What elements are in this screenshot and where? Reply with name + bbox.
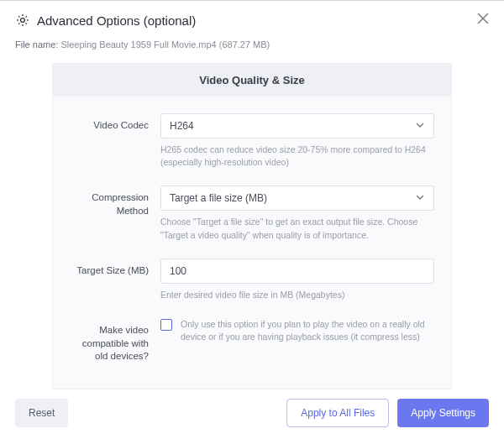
file-name-label: File name: xyxy=(15,39,58,50)
compression-method-value: Target a file size (MB) xyxy=(170,192,267,204)
video-codec-hint: H265 codec can reduce video size 20-75% … xyxy=(160,144,434,169)
video-codec-select[interactable]: H264 xyxy=(160,113,434,138)
compat-label: Make video compatible with old devices? xyxy=(70,318,160,363)
target-size-label: Target Size (MB) xyxy=(70,259,160,278)
target-size-row: Target Size (MB) Enter desired video fil… xyxy=(70,259,434,313)
video-codec-row: Video Codec H264 H265 codec can reduce v… xyxy=(70,113,434,180)
close-button[interactable] xyxy=(477,13,489,24)
compression-method-row: Compression Method Target a file size (M… xyxy=(70,186,434,253)
advanced-options-modal: Advanced Options (optional) File name: S… xyxy=(0,1,504,389)
compat-row: Make video compatible with old devices? … xyxy=(70,318,434,363)
target-size-hint: Enter desired video file size in MB (Meg… xyxy=(160,289,434,301)
file-name-value: Sleeping Beauty 1959 Full Movie.mp4 (687… xyxy=(60,39,270,50)
video-codec-value: H264 xyxy=(170,120,194,132)
modal-footer: Reset Apply to All Files Apply Settings xyxy=(15,399,489,427)
target-size-input[interactable] xyxy=(170,265,425,277)
modal-header: Advanced Options (optional) xyxy=(15,13,489,28)
compression-method-hint: Choose "Target a file size" to get an ex… xyxy=(160,216,434,241)
apply-all-button[interactable]: Apply to All Files xyxy=(286,399,389,427)
compat-checkbox[interactable] xyxy=(160,319,172,331)
chevron-down-icon xyxy=(415,120,425,133)
panel-title: Video Quality & Size xyxy=(53,64,451,97)
target-size-input-wrap xyxy=(160,259,434,284)
compression-method-label: Compression Method xyxy=(70,186,160,217)
apply-settings-button[interactable]: Apply Settings xyxy=(397,399,489,427)
footer-right: Apply to All Files Apply Settings xyxy=(286,399,489,427)
compat-checkbox-row: Only use this option if you plan to play… xyxy=(160,318,434,343)
gear-icon xyxy=(15,13,30,28)
modal-title: Advanced Options (optional) xyxy=(37,13,196,28)
compression-method-select[interactable]: Target a file size (MB) xyxy=(160,186,434,211)
compat-text: Only use this option if you plan to play… xyxy=(181,318,434,343)
quality-panel: Video Quality & Size Video Codec H264 H2… xyxy=(52,63,452,389)
chevron-down-icon xyxy=(415,192,425,205)
panel-body: Video Codec H264 H265 codec can reduce v… xyxy=(53,97,451,389)
reset-button[interactable]: Reset xyxy=(15,399,68,427)
file-name-row: File name: Sleeping Beauty 1959 Full Mov… xyxy=(15,39,489,50)
video-codec-label: Video Codec xyxy=(70,113,160,133)
svg-point-0 xyxy=(21,18,25,23)
